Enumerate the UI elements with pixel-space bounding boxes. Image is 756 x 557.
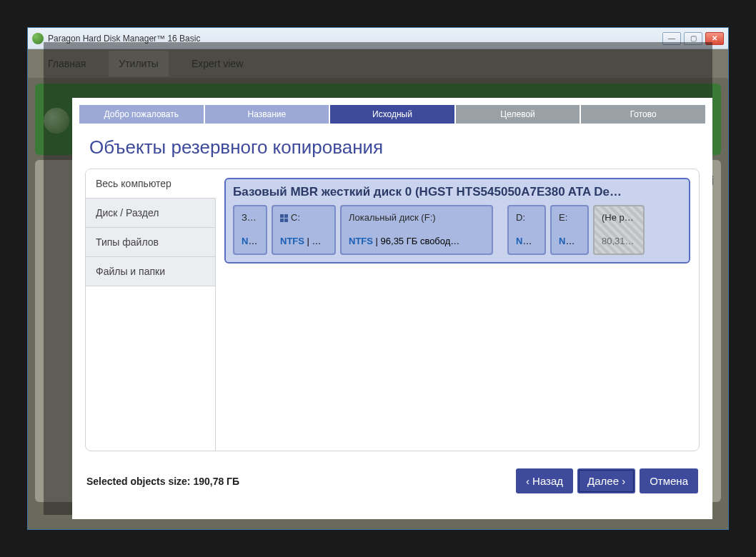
wizard-steps: Добро пожаловатьНазваниеИсходныйЦелевойГ…: [79, 105, 705, 124]
sidebar-item[interactable]: Диск / Раздел: [86, 199, 216, 228]
partition-details: NT…: [559, 236, 580, 246]
sidebar-item[interactable]: Файлы и папки: [86, 257, 216, 286]
wizard-dialog: Добро пожаловатьНазваниеИсходныйЦелевойГ…: [72, 98, 712, 519]
sidebar-item[interactable]: Типы файлов: [86, 228, 216, 257]
page-title: Объекты резервного копирования: [72, 124, 712, 169]
partition-details: 80,31…: [602, 236, 636, 246]
partition[interactable]: C:NTFS | …: [272, 205, 336, 255]
wizard-step[interactable]: Целевой: [456, 105, 580, 124]
partition[interactable]: Локальный диск (F:)NTFS | 96,35 ГБ свобо…: [340, 205, 493, 255]
dialog-footer: Selected objects size: 190,78 ГБ ‹ Назад…: [72, 451, 712, 493]
disk-title: Базовый MBR жесткий диск 0 (HGST HTS5450…: [233, 185, 682, 199]
partition-label: C:: [280, 212, 327, 223]
partition-details: NT…: [516, 236, 537, 246]
wizard-step[interactable]: Готово: [581, 105, 705, 124]
partition-details: NTFS | …: [280, 236, 327, 246]
content-box: Весь компьютерДиск / РазделТипы файловФа…: [85, 169, 700, 451]
wizard-step[interactable]: Исходный: [330, 105, 454, 124]
partition-label: E:: [559, 212, 580, 223]
sidebar-item[interactable]: Весь компьютер: [86, 169, 216, 199]
partition[interactable]: За…NT…: [233, 205, 267, 255]
back-button[interactable]: ‹ Назад: [516, 468, 573, 493]
disk-area: Базовый MBR жесткий диск 0 (HGST HTS5450…: [216, 169, 699, 451]
cancel-button[interactable]: Отмена: [640, 468, 698, 493]
partition-label: (Не р…: [602, 212, 636, 223]
wizard-step[interactable]: Название: [205, 105, 329, 124]
app-window: Paragon Hard Disk Manager™ 16 Basic — ▢ …: [27, 27, 729, 530]
sidebar: Весь компьютерДиск / РазделТипы файловФа…: [86, 169, 216, 451]
partition-details: NT…: [242, 236, 259, 246]
app-icon: [32, 33, 44, 44]
partition-details: NTFS | 96,35 ГБ свобод…: [349, 236, 484, 246]
wizard-step[interactable]: Добро пожаловать: [79, 105, 204, 124]
partition-label: D:: [516, 212, 537, 223]
partition-label: За…: [242, 212, 259, 223]
disk-box[interactable]: Базовый MBR жесткий диск 0 (HGST HTS5450…: [224, 178, 690, 264]
partition[interactable]: D:NT…: [507, 205, 546, 255]
selected-size-label: Selected objects size: 190,78 ГБ: [86, 476, 516, 487]
partitions: За…NT…C:NTFS | …Локальный диск (F:)NTFS …: [233, 205, 682, 255]
partition[interactable]: (Не р…80,31…: [593, 205, 645, 255]
next-button[interactable]: Далее ›: [577, 468, 635, 493]
windows-icon: [280, 214, 288, 222]
partition[interactable]: E:NT…: [550, 205, 589, 255]
partition-label: Локальный диск (F:): [349, 212, 484, 223]
